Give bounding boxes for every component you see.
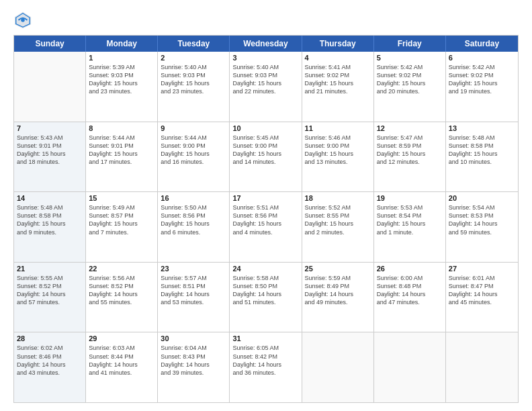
cell-info-line: Sunrise: 5:47 AM <box>377 134 443 142</box>
cal-cell-13: 13Sunrise: 5:48 AMSunset: 8:58 PMDayligh… <box>446 122 518 192</box>
cell-info-line: and 55 minutes. <box>89 298 154 306</box>
cell-info-line: and 2 minutes. <box>305 228 371 236</box>
cell-info-line: Daylight: 15 hours <box>449 79 515 87</box>
cell-info-line: Sunrise: 6:05 AM <box>232 344 298 352</box>
cell-info-line: Daylight: 15 hours <box>305 79 371 87</box>
cell-info-line: Sunrise: 5:55 AM <box>17 274 83 282</box>
cell-info-line: and 51 minutes. <box>232 298 298 306</box>
logo <box>13 11 35 30</box>
cell-info-line: Sunset: 9:00 PM <box>305 142 371 150</box>
cell-info-line: and 6 minutes. <box>161 228 226 236</box>
day-number: 24 <box>232 265 298 273</box>
cell-info-line: Daylight: 15 hours <box>232 79 298 87</box>
cell-info-line: Sunset: 8:48 PM <box>377 282 443 290</box>
cell-info-line: Daylight: 15 hours <box>377 220 443 228</box>
cell-info-line: and 20 minutes. <box>377 87 443 95</box>
day-number: 13 <box>449 124 515 132</box>
header <box>13 11 519 30</box>
cell-info-line: Sunset: 8:59 PM <box>377 142 443 150</box>
cell-info-line: Daylight: 15 hours <box>377 150 443 158</box>
day-number: 19 <box>377 194 443 202</box>
cell-info-line: Daylight: 14 hours <box>17 290 83 298</box>
cell-info-line: Sunset: 9:01 PM <box>89 142 154 150</box>
cell-info-line: Daylight: 15 hours <box>89 79 154 87</box>
cell-info-line: Daylight: 15 hours <box>161 79 226 87</box>
day-number: 8 <box>89 124 154 132</box>
cell-info-line: Sunset: 8:50 PM <box>232 282 298 290</box>
cell-info-line: Sunset: 8:56 PM <box>161 212 226 220</box>
cell-info-line: Sunrise: 6:04 AM <box>161 344 226 352</box>
cell-info-line: Daylight: 14 hours <box>377 290 443 298</box>
day-number: 4 <box>305 54 371 62</box>
cell-info-line: Sunset: 8:46 PM <box>17 353 83 361</box>
cell-info-line: Daylight: 14 hours <box>161 290 226 298</box>
week-row-2: 14Sunrise: 5:48 AMSunset: 8:58 PMDayligh… <box>14 192 518 263</box>
cell-info-line: Sunrise: 5:49 AM <box>89 203 154 212</box>
day-number: 28 <box>17 334 83 342</box>
logo-icon <box>13 11 32 30</box>
cell-info-line: Daylight: 15 hours <box>232 150 298 158</box>
cell-info-line: Sunrise: 5:40 AM <box>232 63 298 71</box>
week-row-3: 21Sunrise: 5:55 AMSunset: 8:52 PMDayligh… <box>14 263 518 333</box>
cell-info-line: Sunset: 9:03 PM <box>161 71 226 79</box>
header-day-sunday: Sunday <box>14 36 86 52</box>
cal-cell-28: 28Sunrise: 6:02 AMSunset: 8:46 PMDayligh… <box>14 332 86 402</box>
cell-info-line: Daylight: 15 hours <box>17 220 83 228</box>
day-number: 26 <box>377 265 443 273</box>
svg-point-2 <box>21 18 25 22</box>
cal-cell-18: 18Sunrise: 5:52 AMSunset: 8:55 PMDayligh… <box>302 192 374 262</box>
week-row-1: 7Sunrise: 5:43 AMSunset: 9:01 PMDaylight… <box>14 122 518 193</box>
day-number: 10 <box>232 124 298 132</box>
cell-info-line: and 14 minutes. <box>232 158 298 166</box>
cell-info-line: Sunrise: 5:57 AM <box>161 274 226 282</box>
cell-info-line: Daylight: 15 hours <box>377 79 443 87</box>
day-number: 22 <box>89 265 154 273</box>
cell-info-line: and 13 minutes. <box>305 158 371 166</box>
cell-info-line: and 18 minutes. <box>17 158 83 166</box>
calendar-header: SundayMondayTuesdayWednesdayThursdayFrid… <box>14 36 518 52</box>
cell-info-line: Sunrise: 5:58 AM <box>232 274 298 282</box>
cell-info-line: Daylight: 15 hours <box>305 220 371 228</box>
cell-info-line: Sunrise: 5:41 AM <box>305 63 371 71</box>
cell-info-line: Sunrise: 5:43 AM <box>17 134 83 142</box>
cal-cell-7: 7Sunrise: 5:43 AMSunset: 9:01 PMDaylight… <box>14 122 86 192</box>
cell-info-line: and 47 minutes. <box>377 298 443 306</box>
day-number: 9 <box>161 124 226 132</box>
cell-info-line: and 19 minutes. <box>449 87 515 95</box>
cell-info-line: and 17 minutes. <box>89 158 154 166</box>
cell-info-line: Daylight: 15 hours <box>305 150 371 158</box>
cell-info-line: Sunset: 8:42 PM <box>232 353 298 361</box>
cal-cell-10: 10Sunrise: 5:45 AMSunset: 9:00 PMDayligh… <box>230 122 302 192</box>
header-day-thursday: Thursday <box>302 36 374 52</box>
cell-info-line: Sunset: 8:58 PM <box>449 142 515 150</box>
cal-cell-31: 31Sunrise: 6:05 AMSunset: 8:42 PMDayligh… <box>230 332 302 402</box>
cal-cell-30: 30Sunrise: 6:04 AMSunset: 8:43 PMDayligh… <box>158 332 230 402</box>
day-number: 5 <box>377 54 443 62</box>
cell-info-line: Sunrise: 5:48 AM <box>449 134 515 142</box>
cell-info-line: Daylight: 15 hours <box>161 150 226 158</box>
cal-cell-20: 20Sunrise: 5:54 AMSunset: 8:53 PMDayligh… <box>446 192 518 262</box>
cell-info-line: Sunrise: 6:02 AM <box>17 344 83 352</box>
cal-cell-9: 9Sunrise: 5:44 AMSunset: 9:00 PMDaylight… <box>158 122 230 192</box>
cell-info-line: Sunrise: 5:46 AM <box>305 134 371 142</box>
cell-info-line: Sunrise: 5:52 AM <box>305 203 371 212</box>
cell-info-line: Sunrise: 6:01 AM <box>449 274 515 282</box>
cell-info-line: Daylight: 14 hours <box>161 361 226 369</box>
cell-info-line: Sunset: 8:43 PM <box>161 353 226 361</box>
week-row-4: 28Sunrise: 6:02 AMSunset: 8:46 PMDayligh… <box>14 332 518 402</box>
cell-info-line: and 4 minutes. <box>232 228 298 236</box>
header-day-saturday: Saturday <box>446 36 518 52</box>
cell-info-line: Sunset: 8:44 PM <box>89 353 154 361</box>
cell-info-line: Sunrise: 5:44 AM <box>161 134 226 142</box>
day-number: 30 <box>161 334 226 342</box>
header-day-monday: Monday <box>86 36 158 52</box>
day-number: 29 <box>89 334 154 342</box>
cell-info-line: and 36 minutes. <box>232 369 298 377</box>
cal-cell-6: 6Sunrise: 5:42 AMSunset: 9:02 PMDaylight… <box>446 52 518 122</box>
day-number: 27 <box>449 265 515 273</box>
cell-info-line: and 53 minutes. <box>161 298 226 306</box>
calendar: SundayMondayTuesdayWednesdayThursdayFrid… <box>13 35 519 403</box>
cell-info-line: Sunset: 8:52 PM <box>17 282 83 290</box>
cell-info-line: and 43 minutes. <box>17 369 83 377</box>
cell-info-line: Daylight: 14 hours <box>232 361 298 369</box>
